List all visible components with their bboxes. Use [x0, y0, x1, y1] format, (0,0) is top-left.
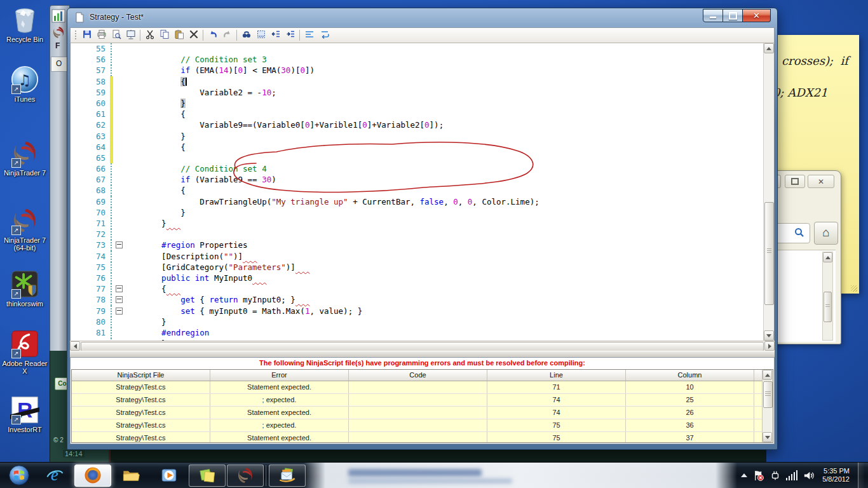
close-button[interactable]: ✕ [743, 9, 771, 22]
volume-icon[interactable] [803, 470, 815, 482]
code-line[interactable]: 72 [71, 229, 764, 240]
minimize-button[interactable] [703, 9, 723, 22]
copy-button[interactable] [157, 29, 172, 42]
code-line[interactable]: 58 { [71, 76, 764, 87]
code-line[interactable]: 62 Variable9==(Variable0[0]+Varible1[0]+… [71, 119, 764, 130]
code-line[interactable]: 60 } [71, 98, 764, 109]
code-line[interactable]: 70 } [71, 207, 764, 218]
error-table-scrollbar[interactable] [762, 370, 773, 442]
scrollbar-thumb[interactable] [764, 202, 774, 305]
taskbar-windows-live-mail-button[interactable] [269, 464, 306, 487]
code-line[interactable]: 79 set { myInput0 = Math.Max(1, value); … [71, 306, 764, 316]
show-hidden-icons-button[interactable] [741, 473, 747, 477]
error-row[interactable]: Strategy\Test.csStatement expected.7110 [72, 381, 763, 394]
scrollbar-thumb[interactable] [81, 342, 764, 351]
desktop-icon-investorrt[interactable]: R↗InvestorRT [0, 395, 50, 433]
indent-button[interactable] [283, 29, 297, 42]
scroll-right-button[interactable] [764, 341, 775, 351]
code-line[interactable]: 69 DrawTriangleUp("My triangle up" + Cur… [71, 196, 764, 207]
presentation-button[interactable] [123, 29, 138, 42]
code-line[interactable]: 66 // Condition set 4 [71, 163, 764, 174]
scroll-up-button[interactable] [823, 252, 832, 262]
fold-collapse-icon[interactable] [116, 241, 123, 248]
column-header[interactable]: Column [626, 370, 754, 381]
fold-collapse-icon[interactable] [116, 285, 123, 292]
desktop-icon-ninjatrader-7-64-bit-[interactable]: ↗NinjaTrader 7 (64-bit) [0, 206, 50, 252]
fold-collapse-icon[interactable] [116, 308, 123, 315]
desktop-icon-itunes[interactable]: ♫↗iTunes [0, 65, 50, 103]
comment-button[interactable] [302, 29, 316, 42]
select-all-button[interactable] [254, 29, 268, 42]
scroll-left-button[interactable] [70, 341, 80, 351]
save-button[interactable] [79, 29, 94, 42]
restore-button[interactable] [785, 175, 805, 188]
column-header[interactable]: Error [210, 370, 349, 381]
resize-grip-icon[interactable] [851, 285, 857, 292]
taskbar-start-button[interactable] [3, 464, 35, 487]
code-lines[interactable]: 5556 // Condition set 357 if (EMA(14)[0]… [71, 43, 764, 341]
taskbar-internet-explorer-button[interactable]: e [36, 464, 73, 487]
scroll-up-button[interactable] [763, 370, 772, 380]
network-icon[interactable] [786, 470, 798, 480]
title-bar[interactable]: Strategy - Test* ✕ [67, 8, 777, 27]
code-line[interactable]: 55 [71, 43, 764, 54]
code-line[interactable]: 61 { [71, 109, 764, 119]
taskbar-clock[interactable]: 5:35 PM 5/8/2012 [822, 467, 850, 484]
scroll-down-button[interactable] [764, 330, 774, 341]
toolbar-grip[interactable] [74, 30, 77, 41]
uncomment-button[interactable] [316, 29, 331, 42]
home-button[interactable]: ⌂ [814, 222, 838, 245]
desktop-icon-thinkorswim[interactable]: ↗thinkorswim [0, 269, 50, 308]
taskbar-windows-explorer-button[interactable] [112, 464, 149, 487]
error-row[interactable]: Strategy\Test.cs; expected.7425 [72, 394, 763, 407]
show-desktop-button[interactable] [858, 463, 864, 488]
code-line[interactable]: 76 public int MyInput0 [71, 273, 764, 283]
taskbar-ninjatrader-button[interactable] [227, 464, 264, 487]
action-center-icon[interactable] [752, 470, 764, 482]
code-line[interactable]: 56 // Condition set 3 [71, 54, 764, 65]
code-line[interactable]: 77 { [71, 283, 764, 294]
vertical-scrollbar[interactable] [763, 43, 774, 341]
code-line[interactable]: 65 [71, 152, 764, 163]
desktop-icon-adobe-reader-x[interactable]: ↗Adobe Reader X [0, 329, 50, 375]
print-preview-button[interactable] [109, 29, 123, 42]
column-header[interactable]: Line [487, 370, 626, 381]
paste-button[interactable] [172, 29, 186, 42]
code-line[interactable]: 73 #region Properties [71, 240, 764, 250]
desktop-icon-recycle-bin[interactable]: Recycle Bin [0, 5, 50, 43]
column-header[interactable]: NinjaScript File [72, 370, 210, 381]
scroll-down-button[interactable] [763, 432, 772, 442]
code-line[interactable]: 75 [GridCategory("Parameters")] [71, 262, 764, 273]
column-header[interactable]: Code [349, 370, 487, 381]
maximize-button[interactable] [723, 9, 743, 22]
print-button[interactable] [94, 29, 109, 42]
code-line[interactable]: 80 } [71, 316, 764, 327]
scrollbar-thumb[interactable] [763, 381, 773, 408]
search-icon[interactable] [794, 227, 804, 238]
code-line[interactable]: 59 Variable2 = -10; [71, 87, 764, 98]
help-scrollbar[interactable] [822, 252, 833, 341]
horizontal-scrollbar[interactable] [70, 341, 775, 351]
code-line[interactable]: 67 if (Variable9 == 30) [71, 174, 764, 185]
scrollbar-thumb[interactable] [824, 292, 832, 322]
code-line[interactable]: 74 [Description("")] [71, 251, 764, 262]
scroll-up-button[interactable] [764, 43, 774, 53]
close-button[interactable]: ✕ [808, 175, 834, 188]
code-line[interactable]: 81 #endregion [71, 327, 764, 338]
code-line[interactable]: 68 { [71, 185, 764, 196]
code-line[interactable]: 71 } [71, 218, 764, 229]
fold-collapse-icon[interactable] [116, 296, 123, 303]
code-line[interactable]: 78 get { return myInput0; } [71, 294, 764, 305]
redo-button[interactable] [220, 29, 234, 42]
code-line[interactable]: 64 { [71, 142, 764, 152]
cut-button[interactable] [142, 29, 157, 42]
taskbar-sticky-notes-button[interactable] [189, 464, 226, 487]
error-row[interactable]: Strategy\Test.cs; expected.7536 [72, 419, 763, 432]
power-icon[interactable] [770, 470, 781, 481]
taskbar-firefox-button[interactable] [74, 464, 111, 487]
error-row[interactable]: Strategy\Test.csStatement expected.7537 [72, 432, 763, 442]
taskbar-windows-media-player-button[interactable] [151, 464, 187, 487]
undo-button[interactable] [205, 29, 220, 42]
error-row[interactable]: Strategy\Test.csStatement expected.7426 [72, 407, 763, 419]
code-line[interactable]: 57 if (EMA(14)[0] < EMA(30)[0]) [71, 65, 764, 76]
